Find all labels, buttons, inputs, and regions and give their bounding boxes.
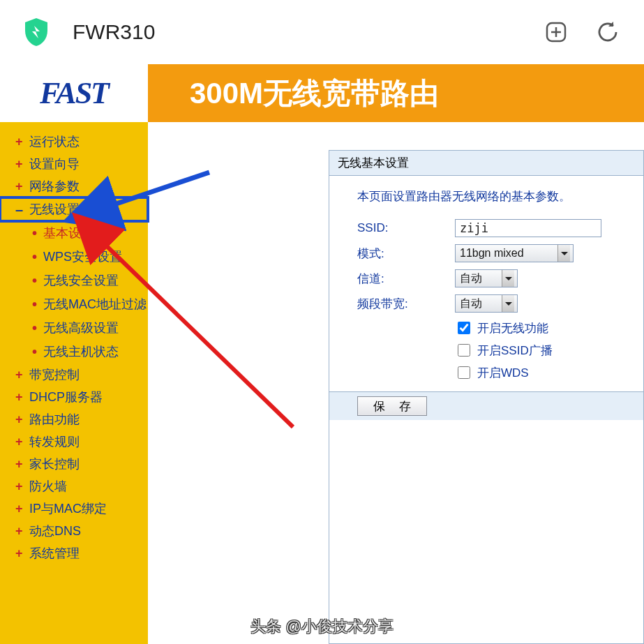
banner-title: 300M无线宽带路由 [148,64,644,122]
label-enable-wireless: 开启无线功能 [477,320,548,336]
page-title: FWR310 [73,20,520,44]
sidebar-item-status[interactable]: +运行状态 [0,130,148,153]
bullet-icon: • [32,345,39,359]
minus-icon: – [15,202,24,216]
reload-icon[interactable] [592,17,623,47]
sidebar-item-forwarding[interactable]: +转发规则 [0,430,148,453]
bullet-icon: • [32,250,39,264]
sidebar-item-ddns[interactable]: +动态DNS [0,520,148,542]
chevron-down-icon [502,295,514,312]
plus-icon: + [15,502,24,515]
panel-footer: 保 存 [329,391,643,420]
row-bandwidth: 频段带宽: 自动 [357,294,643,313]
watermark-caption: 头条 @小俊技术分享 [250,616,393,637]
chevron-down-icon [557,245,570,262]
sidebar-item-wireless[interactable]: –无线设置 [0,197,148,221]
row-enable-wds: 开启WDS [357,364,643,382]
plus-icon: + [15,180,24,193]
label-channel: 信道: [357,271,455,287]
checkbox-enable-wds[interactable] [458,366,470,379]
sidebar: +运行状态 +设置向导 +网络参数 –无线设置 •基本设置 •WPS安全设置 •… [0,122,148,644]
sidebar-item-network[interactable]: +网络参数 [0,175,148,197]
panel-header: 无线基本设置 [329,151,643,176]
sidebar-item-wizard[interactable]: +设置向导 [0,153,148,175]
label-enable-wds: 开启WDS [477,365,529,381]
sidebar-item-bandwidth[interactable]: +带宽控制 [0,364,148,386]
label-mode: 模式: [357,246,455,262]
sidebar-sub-security[interactable]: •无线安全设置 [0,269,148,292]
panel-body: 本页面设置路由器无线网络的基本参数。 SSID: 模式: 11bgn mixed… [329,176,643,382]
label-bandwidth: 频段带宽: [357,296,455,312]
label-enable-ssid: 开启SSID广播 [477,343,553,359]
plus-icon: + [15,135,24,148]
sidebar-item-dhcp[interactable]: +DHCP服务器 [0,386,148,408]
plus-icon: + [15,158,24,170]
banner: FAST 300M无线宽带路由 [0,64,644,122]
panel-description: 本页面设置路由器无线网络的基本参数。 [357,188,643,204]
content: 无线基本设置 本页面设置路由器无线网络的基本参数。 SSID: 模式: 11bg… [148,122,644,644]
sidebar-item-routing[interactable]: +路由功能 [0,408,148,430]
row-channel: 信道: 自动 [357,269,643,288]
row-mode: 模式: 11bgn mixed [357,244,643,263]
logo-box: FAST [0,64,148,122]
chevron-down-icon [502,270,514,287]
plus-icon: + [15,525,24,537]
bullet-icon: • [32,274,39,287]
main: +运行状态 +设置向导 +网络参数 –无线设置 •基本设置 •WPS安全设置 •… [0,122,644,644]
plus-icon: + [15,413,24,426]
select-bandwidth[interactable]: 自动 [455,294,518,313]
row-enable-ssid: 开启SSID广播 [357,341,643,359]
row-enable-wireless: 开启无线功能 [357,319,643,337]
checkbox-enable-wireless[interactable] [458,322,470,334]
bookmark-add-icon[interactable] [541,17,571,47]
wireless-panel: 无线基本设置 本页面设置路由器无线网络的基本参数。 SSID: 模式: 11bg… [329,150,644,644]
plus-icon: + [15,547,24,560]
sidebar-item-system[interactable]: +系统管理 [0,542,148,564]
sidebar-sub-wps[interactable]: •WPS安全设置 [0,245,148,269]
plus-icon: + [15,480,24,493]
save-button[interactable]: 保 存 [357,396,427,416]
select-mode[interactable]: 11bgn mixed [455,244,574,262]
sidebar-sub-mac[interactable]: •无线MAC地址过滤 [0,292,148,316]
bullet-icon: • [32,226,39,240]
checkbox-enable-ssid[interactable] [458,344,470,357]
select-channel[interactable]: 自动 [455,269,518,287]
sidebar-sub-basic[interactable]: •基本设置 [0,221,148,245]
plus-icon: + [15,391,24,403]
plus-icon: + [15,368,24,381]
bullet-icon: • [32,297,39,311]
sidebar-sub-clients[interactable]: •无线主机状态 [0,340,148,364]
bullet-icon: • [32,321,39,335]
plus-icon: + [15,435,24,448]
logo-text: FAST [40,75,108,111]
input-ssid[interactable] [455,219,601,237]
sidebar-sub-advanced[interactable]: •无线高级设置 [0,316,148,340]
sidebar-item-parental[interactable]: +家长控制 [0,453,148,475]
browser-bar: FWR310 [0,0,644,64]
sidebar-item-firewall[interactable]: +防火墙 [0,475,148,497]
label-ssid: SSID: [357,221,455,235]
sidebar-item-ipmac[interactable]: +IP与MAC绑定 [0,497,148,520]
row-ssid: SSID: [357,218,643,238]
shield-icon [21,17,52,47]
plus-icon: + [15,458,24,470]
